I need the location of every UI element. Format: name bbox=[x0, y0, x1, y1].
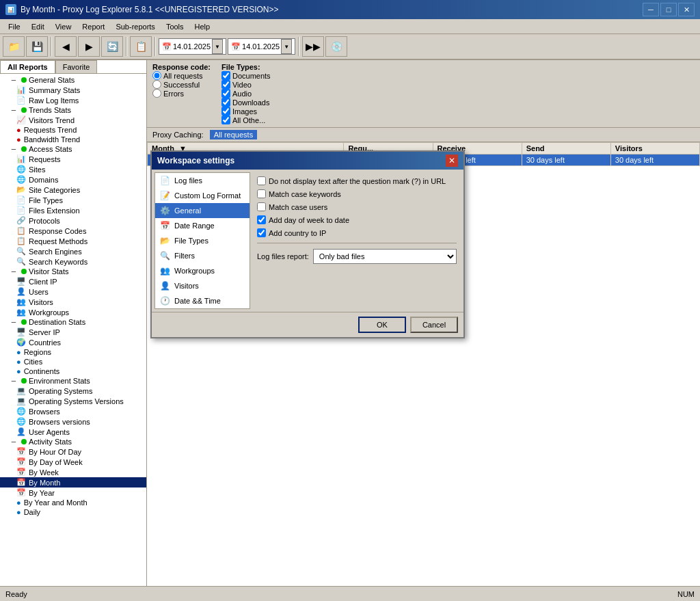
tree-requests[interactable]: 📊 Requests bbox=[0, 154, 146, 164]
tree-visitors-trend[interactable]: 📈 Visitors Trend bbox=[0, 115, 146, 125]
ok-button[interactable]: OK bbox=[358, 317, 406, 333]
forward-button[interactable]: ▶ bbox=[78, 36, 100, 57]
radio-all-requests[interactable]: All requests bbox=[152, 71, 211, 80]
tree-search-engines[interactable]: 🔍 Search Engines bbox=[0, 246, 146, 256]
close-button[interactable]: ✕ bbox=[678, 3, 695, 16]
expand-environment[interactable]: ─ bbox=[8, 377, 19, 384]
tree-requests-trend[interactable]: ● Requests Trend bbox=[0, 125, 146, 135]
tree-domains[interactable]: 🌐 Domains bbox=[0, 174, 146, 185]
tree-files-extension[interactable]: 📄 Files Extension bbox=[0, 205, 146, 215]
tree-response-codes[interactable]: 📋 Response Codes bbox=[0, 226, 146, 236]
maximize-button[interactable]: □ bbox=[660, 3, 677, 16]
tree-visitors[interactable]: 👥 Visitors bbox=[0, 297, 146, 307]
dialog-menu-workgroups[interactable]: 👥 Workgroups bbox=[155, 263, 250, 278]
tree-site-categories[interactable]: 📂 Site Categories bbox=[0, 185, 146, 195]
cb-documents[interactable]: Documents bbox=[221, 71, 271, 80]
cb-downloads[interactable]: Downloads bbox=[221, 98, 271, 107]
tree-by-year-month[interactable]: ● By Year and Month bbox=[0, 498, 146, 507]
tree-continents[interactable]: ● Continents bbox=[0, 366, 146, 376]
tree-access-stats[interactable]: ─ Access Stats bbox=[0, 144, 146, 154]
tree-activity-stats[interactable]: ─ Activity Stats bbox=[0, 437, 146, 446]
tree-bandwidth-trend[interactable]: ● Bandwidth Trend bbox=[0, 135, 146, 144]
tree-environment-stats[interactable]: ─ Environment Stats bbox=[0, 376, 146, 386]
tree-visitor-stats[interactable]: ─ Visitor Stats bbox=[0, 267, 146, 276]
tab-all-reports[interactable]: All Reports bbox=[0, 60, 55, 73]
tree-destination-stats[interactable]: ─ Destination Stats bbox=[0, 317, 146, 327]
print-button[interactable]: 📋 bbox=[130, 36, 152, 57]
dialog-menu-date-range[interactable]: 📅 Date Range bbox=[155, 218, 250, 233]
menu-file[interactable]: File bbox=[3, 21, 26, 32]
radio-errors[interactable]: Errors bbox=[152, 89, 211, 98]
menu-view[interactable]: View bbox=[50, 21, 77, 32]
tree-users[interactable]: 👤 Users bbox=[0, 286, 146, 297]
expand-general[interactable]: ─ bbox=[8, 77, 19, 83]
tree-file-types[interactable]: 📄 File Types bbox=[0, 195, 146, 205]
cb-images[interactable]: Images bbox=[221, 107, 271, 116]
expand-activity[interactable]: ─ bbox=[8, 438, 19, 445]
tree-search-keywords[interactable]: 🔍 Search Keywords bbox=[0, 256, 146, 267]
tree-general-stats[interactable]: ─ General Stats bbox=[0, 75, 146, 85]
tree-request-methods[interactable]: 📋 Request Methods bbox=[0, 236, 146, 246]
tree-user-agents[interactable]: 👤 User Agents bbox=[0, 427, 146, 437]
menu-help[interactable]: Help bbox=[189, 21, 216, 32]
minimize-button[interactable]: ─ bbox=[643, 3, 659, 16]
dialog-menu-log-files[interactable]: 📄 Log files bbox=[155, 173, 250, 188]
option-no-question-mark[interactable]: Do not display text after the question m… bbox=[257, 176, 457, 185]
dialog-menu-general[interactable]: ⚙️ General bbox=[155, 203, 250, 218]
tree-by-week[interactable]: 📅 By Week bbox=[0, 467, 146, 477]
menu-report[interactable]: Report bbox=[77, 21, 110, 32]
dialog-menu-date-time[interactable]: 🕐 Date && Time bbox=[155, 293, 250, 308]
expand-access[interactable]: ─ bbox=[8, 146, 19, 152]
tree-summary-stats[interactable]: 📊 Summary Stats bbox=[0, 85, 146, 95]
titlebar-controls[interactable]: ─ □ ✕ bbox=[643, 3, 695, 16]
expand-trends[interactable]: ─ bbox=[8, 107, 19, 113]
tree-by-month[interactable]: 📅 By Month bbox=[0, 477, 146, 488]
dialog-menu-visitors[interactable]: 👤 Visitors bbox=[155, 278, 250, 293]
cancel-button[interactable]: Cancel bbox=[410, 317, 458, 333]
tree-by-year[interactable]: 📅 By Year bbox=[0, 488, 146, 498]
col-send[interactable]: Send bbox=[522, 143, 610, 155]
dialog-menu-filters[interactable]: 🔍 Filters bbox=[155, 248, 250, 263]
save-button[interactable]: 💾 bbox=[26, 36, 48, 57]
tree-os[interactable]: 💻 Operating Systems bbox=[0, 386, 146, 396]
tree-client-ip[interactable]: 🖥️ Client IP bbox=[0, 276, 146, 286]
tree-by-hour[interactable]: 📅 By Hour Of Day bbox=[0, 446, 146, 457]
radio-successful[interactable]: Successful bbox=[152, 80, 211, 89]
option-match-case-users[interactable]: Match case users bbox=[257, 202, 457, 211]
option-add-country[interactable]: Add country to IP bbox=[257, 228, 457, 237]
tree-cities[interactable]: ● Cities bbox=[0, 357, 146, 366]
tree-raw-log[interactable]: 📄 Raw Log Items bbox=[0, 95, 146, 105]
cb-audio[interactable]: Audio bbox=[221, 89, 271, 98]
date-to-dropdown[interactable]: ▼ bbox=[281, 39, 292, 54]
tab-favorite[interactable]: Favorite bbox=[55, 60, 98, 73]
refresh-button[interactable]: 🔄 bbox=[101, 36, 123, 57]
tree-daily[interactable]: ● Daily bbox=[0, 507, 146, 517]
tree-browsers[interactable]: 🌐 Browsers bbox=[0, 406, 146, 416]
tree-protocols[interactable]: 🔗 Protocols bbox=[0, 215, 146, 226]
tree-browsers-versions[interactable]: 🌐 Browsers versions bbox=[0, 416, 146, 427]
cb-video[interactable]: Video bbox=[221, 80, 271, 89]
expand-visitor[interactable]: ─ bbox=[8, 268, 19, 275]
dialog-menu-custom-log[interactable]: 📝 Custom Log Format bbox=[155, 188, 250, 203]
tree-server-ip[interactable]: 🖥️ Server IP bbox=[0, 327, 146, 337]
date-from-dropdown[interactable]: ▼ bbox=[212, 39, 223, 54]
open-button[interactable]: 📁 bbox=[3, 36, 25, 57]
option-match-case-keywords[interactable]: Match case keywords bbox=[257, 189, 457, 198]
back-button[interactable]: ◀ bbox=[55, 36, 77, 57]
tree-workgroups[interactable]: 👥 Workgroups bbox=[0, 307, 146, 317]
tree-os-versions[interactable]: 💻 Operating Systems Versions bbox=[0, 396, 146, 406]
tree-regions[interactable]: ● Regions bbox=[0, 347, 146, 357]
col-visitors[interactable]: Visitors bbox=[610, 143, 699, 155]
menu-edit[interactable]: Edit bbox=[26, 21, 50, 32]
export-button[interactable]: 💿 bbox=[325, 36, 347, 57]
tree-by-day-of-week[interactable]: 📅 By Day of Week bbox=[0, 457, 146, 467]
dialog-close-button[interactable]: ✕ bbox=[446, 155, 458, 167]
option-add-day-of-week[interactable]: Add day of week to date bbox=[257, 215, 457, 224]
dialog-menu-file-types[interactable]: 📂 File Types bbox=[155, 233, 250, 248]
tree-sites[interactable]: 🌐 Sites bbox=[0, 164, 146, 174]
menu-subreports[interactable]: Sub-reports bbox=[110, 21, 160, 32]
tree-trends-stats[interactable]: ─ Trends Stats bbox=[0, 105, 146, 115]
go-button[interactable]: ▶▶ bbox=[302, 36, 324, 57]
log-files-report-select[interactable]: Only bad files All files No report bbox=[313, 249, 457, 264]
tree-countries[interactable]: 🌍 Countries bbox=[0, 337, 146, 347]
